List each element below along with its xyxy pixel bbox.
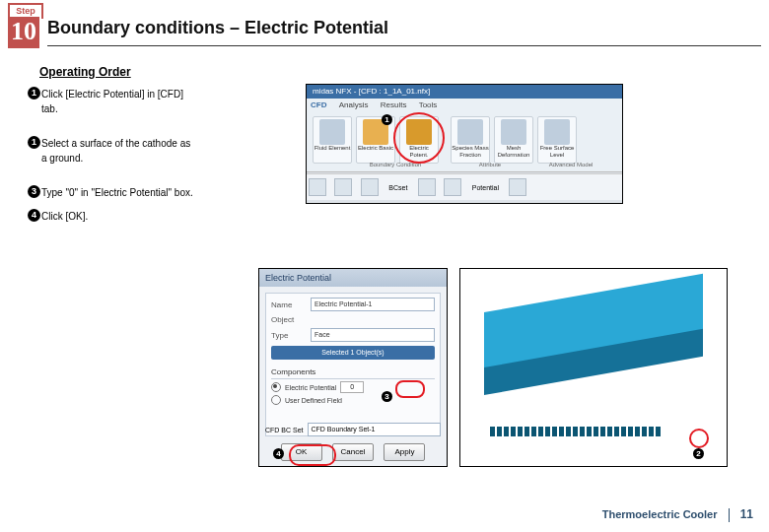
highlight-circle-2 [689, 429, 709, 448]
ribbon-btn-species[interactable]: Species Mass Fraction [451, 116, 490, 164]
callout-marker-3: 3 [382, 391, 392, 402]
selection-bar[interactable]: Selected 1 Object(s) [271, 346, 435, 360]
ribbon-tabs: CFD Analysis Results Tools [311, 100, 447, 109]
radio-udf-label: User Defined Field [285, 397, 342, 404]
ribbon-screenshot: midas NFX - [CFD : 1_1A_01.nfx] CFD Anal… [306, 84, 623, 204]
instruction-2: Select a surface of the cathode as a gro… [30, 136, 190, 166]
tab-results[interactable]: Results [381, 100, 407, 109]
title-rule [47, 45, 761, 46]
tab-cfd[interactable]: CFD [311, 100, 326, 109]
model-slab [484, 312, 703, 421]
instruction-1: Click [Electric Potential] in [CFD] tab. [30, 87, 183, 116]
bcset-label: CFD BC Set [265, 427, 304, 433]
tab-analysis[interactable]: Analysis [339, 100, 369, 109]
apply-button[interactable]: Apply [384, 443, 425, 461]
field-type-select[interactable]: Face [311, 328, 435, 342]
model-screenshot: 2 [459, 268, 728, 467]
dialog-screenshot: Electric Potential NameElectric Potentia… [258, 268, 448, 467]
step-number: 10 [8, 17, 39, 48]
qat-button[interactable] [309, 178, 326, 196]
qat-button[interactable] [334, 178, 352, 196]
field-type-label: Type [271, 331, 307, 340]
field-name-label: Name [271, 300, 307, 309]
footer-divider [729, 508, 730, 522]
ribbon-group-boundary-condition: Boundary Condition [346, 162, 445, 167]
field-object-label: Object [271, 315, 307, 324]
ribbon-btn-free-surface[interactable]: Free Surface Level [537, 116, 577, 164]
instruction-4: Click [OK]. [30, 209, 88, 224]
section-heading: Operating Order [39, 65, 131, 79]
qat-button[interactable] [444, 178, 461, 196]
qat-button[interactable] [361, 178, 379, 196]
bcset-select[interactable]: CFD Boundary Set-1 [308, 423, 441, 436]
qat-button[interactable] [509, 178, 526, 196]
callout-marker-2: 2 [693, 448, 704, 459]
page-footer: Thermoelectric Cooler 11 [602, 507, 753, 522]
highlight-circle-3 [395, 380, 425, 398]
radio-ep-label: Electric Potential [285, 384, 336, 391]
ribbon-group-advanced-model: Advanced Model [531, 162, 610, 167]
highlight-circle-1 [393, 112, 445, 164]
qat-potential-label: Potential [472, 184, 499, 191]
callout-marker-4: 4 [273, 448, 284, 459]
quick-access-toolbar: BCset Potential [307, 173, 622, 200]
radio-user-defined[interactable] [271, 395, 281, 405]
page-title: Boundary conditions – Electric Potential [47, 18, 388, 38]
callout-marker-1: 1 [382, 114, 392, 125]
footer-project: Thermoelectric Cooler [602, 508, 718, 520]
qat-bcset-label: BCset [388, 184, 407, 191]
cancel-button[interactable]: Cancel [332, 443, 374, 461]
dialog-title: Electric Potential [259, 269, 447, 287]
ribbon-btn-mesh-deformation[interactable]: Mesh Deformation [494, 116, 533, 164]
highlight-circle-4 [289, 444, 336, 466]
qat-button[interactable] [418, 178, 436, 196]
ep-value-input[interactable]: 0 [340, 381, 364, 393]
footer-page-number: 11 [740, 507, 753, 521]
field-name-input[interactable]: Electric Potential-1 [311, 298, 435, 311]
radio-electric-potential[interactable] [271, 382, 281, 392]
ribbon-group-attribute: Attribute [460, 162, 520, 167]
app-window-title: midas NFX - [CFD : 1_1A_01.nfx] [307, 85, 622, 99]
ribbon-btn-fluid-element[interactable]: Fluid Element [313, 116, 352, 164]
components-heading: Components [271, 367, 435, 379]
instruction-3: Type "0" in "Electric Potential" box. [30, 185, 193, 200]
tab-tools[interactable]: Tools [419, 100, 438, 109]
